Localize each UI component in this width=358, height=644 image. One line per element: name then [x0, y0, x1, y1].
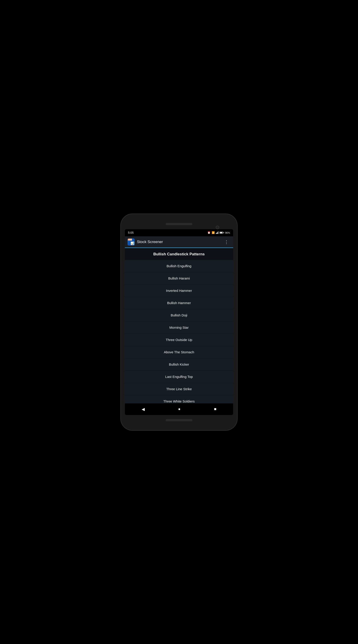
- pro-badge: PRO: [128, 238, 132, 240]
- back-button[interactable]: ◀: [138, 406, 148, 412]
- list-item-three-white-soldiers[interactable]: Three White Soldiers: [125, 395, 233, 404]
- list-item-inverted-hammer[interactable]: Inverted Hammer: [125, 285, 233, 297]
- recents-button[interactable]: ■: [210, 406, 220, 412]
- battery-percent: 96%: [225, 232, 230, 234]
- app-title: Stock Screener: [137, 240, 222, 244]
- more-menu-button[interactable]: ⋮: [222, 238, 230, 246]
- signal-icon: [216, 232, 218, 234]
- app-icon: PRO 📊: [128, 238, 135, 246]
- list-item-bullish-harami[interactable]: Bullish Harami: [125, 272, 233, 285]
- battery-icon: [219, 232, 224, 234]
- app-bar: PRO 📊 Stock Screener ⋮: [125, 236, 233, 248]
- status-bar: 5:05 ⏰ 📶 96%: [125, 229, 233, 236]
- nav-bar: ◀ ● ■: [125, 404, 233, 415]
- list-item-three-line-strike[interactable]: Three Line Strike: [125, 383, 233, 395]
- camera: [216, 226, 219, 229]
- list-item-morning-star[interactable]: Morning Star: [125, 322, 233, 334]
- list-item-last-engulfing-top[interactable]: Last Engulfing Top: [125, 371, 233, 383]
- list-item-bullish-doji[interactable]: Bullish Doji: [125, 309, 233, 322]
- list-item-bullish-hammer[interactable]: Bullish Hammer: [125, 297, 233, 309]
- phone-frame: 5:05 ⏰ 📶 96%: [121, 214, 237, 430]
- speaker-bottom: [166, 419, 192, 421]
- wifi-icon: 📶: [212, 231, 215, 234]
- phone-screen: 5:05 ⏰ 📶 96%: [125, 229, 233, 415]
- pattern-list: Bullish Engulfing Bullish Harami Inverte…: [125, 260, 233, 404]
- alarm-icon: ⏰: [207, 231, 211, 234]
- section-title: Bullish Candlestick Patterns: [153, 252, 205, 256]
- list-item-above-the-stomach[interactable]: Above The Stomach: [125, 346, 233, 358]
- list-item-bullish-kicker[interactable]: Bullish Kicker: [125, 358, 233, 371]
- content-area: Bullish Candlestick Patterns Bullish Eng…: [125, 248, 233, 404]
- list-item-bullish-engulfing[interactable]: Bullish Engulfing: [125, 260, 233, 272]
- home-button[interactable]: ●: [175, 406, 184, 412]
- section-header: Bullish Candlestick Patterns: [125, 248, 233, 260]
- list-item-three-outside-up[interactable]: Three Outside Up: [125, 334, 233, 346]
- status-time: 5:05: [128, 231, 134, 234]
- status-icons: ⏰ 📶 96%: [207, 231, 230, 234]
- chart-icon: 📊: [130, 242, 134, 245]
- speaker-top: [166, 223, 192, 225]
